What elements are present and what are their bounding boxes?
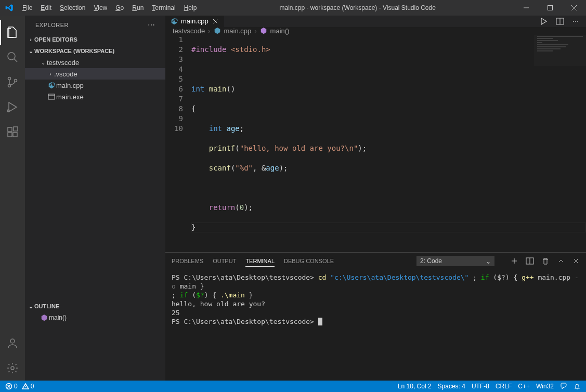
editor-actions: ⋯: [539, 16, 586, 27]
activity-scm-icon[interactable]: [0, 70, 25, 95]
terminal-content[interactable]: PS C:\Users\ata\Desktop\testvscode> cd "…: [165, 270, 586, 381]
chevron-right-icon: ›: [254, 27, 256, 35]
chevron-down-icon: ⌄: [27, 303, 34, 310]
chevron-right-icon: ›: [47, 71, 54, 77]
svg-rect-7: [8, 133, 12, 137]
explorer-more-icon[interactable]: ⋯: [148, 21, 155, 29]
editor-group: main.cpp ⋯ testvscode › main.cpp › main(…: [165, 16, 586, 381]
menu-edit[interactable]: Edit: [36, 0, 56, 16]
svg-point-10: [10, 339, 15, 343]
menu-go[interactable]: Go: [111, 0, 128, 16]
menu-bar: File Edit Selection View Go Run Terminal…: [18, 0, 201, 16]
status-warnings[interactable]: 0: [22, 383, 34, 390]
window-title: main.cpp - workspace (Workspace) - Visua…: [201, 4, 514, 11]
svg-rect-9: [14, 127, 18, 131]
status-feedback-icon[interactable]: [560, 383, 567, 390]
panel-tabs: PROBLEMS OUTPUT TERMINAL DEBUG CONSOLE 2…: [165, 253, 586, 270]
svg-point-3: [8, 85, 11, 87]
svg-point-5: [7, 110, 9, 112]
titlebar: File Edit Selection View Go Run Terminal…: [0, 0, 586, 16]
svg-point-4: [15, 80, 17, 82]
exe-file-icon: [47, 93, 56, 100]
tree-folder-root[interactable]: ⌄ testvscode: [25, 57, 165, 68]
activity-explorer-icon[interactable]: [0, 20, 25, 45]
window-controls: [514, 0, 586, 16]
status-eol[interactable]: CRLF: [496, 383, 512, 390]
menu-view[interactable]: View: [89, 0, 111, 16]
activity-bar: [0, 16, 25, 381]
status-errors[interactable]: 0: [5, 383, 18, 390]
svg-rect-12: [48, 94, 55, 99]
panel-tab-debug[interactable]: DEBUG CONSOLE: [284, 256, 334, 266]
menu-selection[interactable]: Selection: [56, 0, 89, 16]
workspace-section[interactable]: ⌄ WORKSPACE (WORKSPACE): [25, 45, 165, 57]
split-editor-icon[interactable]: [556, 17, 564, 25]
chevron-right-icon: ›: [208, 27, 210, 35]
chevron-down-icon: ⌄: [486, 258, 491, 265]
status-cursor-position[interactable]: Ln 10, Col 2: [398, 383, 432, 390]
activity-search-icon[interactable]: [0, 45, 25, 70]
svg-rect-8: [13, 133, 17, 137]
svg-rect-6: [8, 127, 12, 132]
cpp-file-icon: [47, 82, 56, 89]
activity-settings-icon[interactable]: [0, 356, 25, 381]
cpp-file-icon: [214, 27, 221, 34]
kill-terminal-icon[interactable]: [541, 257, 550, 265]
status-language[interactable]: C++: [518, 383, 530, 390]
split-terminal-icon[interactable]: [526, 257, 534, 265]
cpp-file-icon: [171, 18, 178, 25]
sidebar-explorer: EXPLORER ⋯ › OPEN EDITORS ⌄ WORKSPACE (W…: [25, 16, 165, 381]
panel-tab-output[interactable]: OUTPUT: [213, 256, 236, 266]
panel-close-icon[interactable]: [572, 257, 580, 265]
editor-tabs: main.cpp ⋯: [165, 16, 586, 27]
panel-tab-problems[interactable]: PROBLEMS: [172, 256, 203, 266]
terminal-select[interactable]: 2: Code ⌄: [416, 256, 494, 266]
tab-main-cpp[interactable]: main.cpp: [165, 16, 224, 27]
status-bar: 0 0 Ln 10, Col 2 Spaces: 4 UTF-8 CRLF C+…: [0, 381, 586, 392]
tree-folder-vscode[interactable]: › .vscode: [25, 68, 165, 80]
menu-help[interactable]: Help: [180, 0, 201, 16]
activity-extensions-icon[interactable]: [0, 120, 25, 145]
panel-tab-terminal[interactable]: TERMINAL: [245, 256, 275, 267]
minimize-button[interactable]: [514, 0, 538, 16]
svg-point-11: [11, 367, 14, 370]
editor-more-icon[interactable]: ⋯: [572, 18, 579, 25]
symbol-function-icon: [260, 27, 267, 34]
vscode-logo-icon: [0, 4, 18, 12]
explorer-title: EXPLORER ⋯: [25, 16, 165, 34]
status-win32[interactable]: Win32: [536, 383, 554, 390]
run-icon[interactable]: [539, 17, 548, 25]
status-bell-icon[interactable]: [574, 383, 581, 390]
code-content[interactable]: #include <stdio.h> int main() { int age;…: [191, 35, 586, 252]
menu-file[interactable]: File: [18, 0, 36, 16]
terminal-cursor: [318, 318, 322, 325]
menu-terminal[interactable]: Terminal: [148, 0, 179, 16]
symbol-function-icon: [40, 314, 49, 321]
bottom-panel: PROBLEMS OUTPUT TERMINAL DEBUG CONSOLE 2…: [165, 252, 586, 381]
activity-accounts-icon[interactable]: [0, 331, 25, 356]
line-numbers: 12345678910: [165, 35, 191, 252]
tree-file-main-cpp[interactable]: main.cpp: [25, 80, 165, 91]
outline-section[interactable]: ⌄ OUTLINE: [25, 300, 165, 312]
activity-run-icon[interactable]: [0, 95, 25, 120]
maximize-button[interactable]: [538, 0, 562, 16]
chevron-right-icon: ›: [27, 36, 34, 43]
tree-file-main-exe[interactable]: main.exe: [25, 91, 165, 102]
svg-point-2: [8, 77, 11, 80]
tab-close-icon[interactable]: [212, 18, 219, 25]
minimap[interactable]: [534, 35, 586, 66]
chevron-down-icon: ⌄: [27, 48, 34, 55]
open-editors-section[interactable]: › OPEN EDITORS: [25, 34, 165, 45]
status-encoding[interactable]: UTF-8: [472, 383, 489, 390]
menu-run[interactable]: Run: [128, 0, 148, 16]
panel-maximize-icon[interactable]: [557, 257, 565, 265]
outline-item-main[interactable]: main(): [25, 312, 165, 323]
chevron-down-icon: ⌄: [40, 60, 47, 66]
status-indentation[interactable]: Spaces: 4: [438, 383, 465, 390]
breadcrumbs[interactable]: testvscode › main.cpp › main(): [165, 27, 586, 35]
close-button[interactable]: [562, 0, 586, 16]
svg-rect-0: [548, 6, 553, 10]
new-terminal-icon[interactable]: [510, 257, 518, 265]
svg-point-1: [8, 53, 15, 60]
code-editor[interactable]: 12345678910 #include <stdio.h> int main(…: [165, 35, 586, 252]
